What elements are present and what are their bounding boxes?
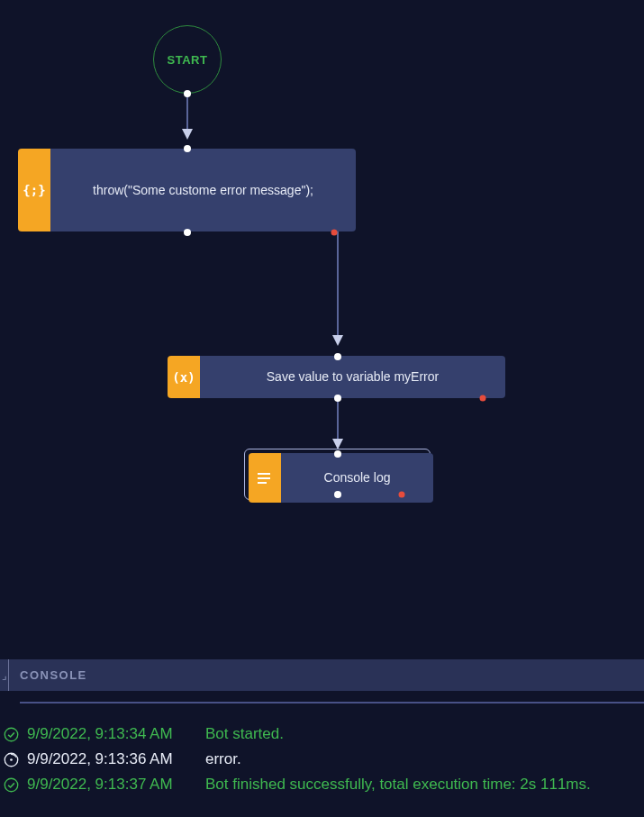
svg-point-7 — [10, 758, 13, 761]
node-throw[interactable]: {;} throw("Some custome error message"); — [18, 149, 356, 231]
variable-icon: (x) — [168, 356, 200, 398]
port-log-out[interactable] — [334, 491, 341, 498]
port-save-out[interactable] — [334, 395, 341, 402]
log-row: 9/9/2022, 9:13:37 AMBot finished success… — [0, 772, 644, 797]
log-message: error. — [205, 750, 644, 768]
svg-rect-4 — [258, 482, 267, 484]
port-log-in[interactable] — [334, 450, 341, 458]
start-label: START — [168, 53, 208, 67]
error-circle-icon — [2, 750, 20, 768]
port-save-err[interactable] — [480, 395, 486, 402]
log-row: 9/9/2022, 9:13:34 AMBot started. — [0, 722, 644, 747]
node-throw-body: throw("Some custome error message"); — [50, 149, 356, 231]
log-timestamp: 9/9/2022, 9:13:34 AM — [27, 725, 198, 743]
port-throw-out[interactable] — [184, 229, 191, 236]
node-save-variable[interactable]: (x) Save value to variable myError — [168, 356, 505, 398]
node-log-label: Console log — [324, 469, 391, 486]
node-save-label: Save value to variable myError — [267, 368, 439, 386]
node-log-body: Console log — [281, 453, 433, 503]
node-save-body: Save value to variable myError — [200, 356, 505, 398]
log-message: Bot started. — [205, 725, 644, 743]
console-body: 9/9/2022, 9:13:34 AMBot started.9/9/2022… — [0, 691, 644, 817]
port-throw-err[interactable] — [331, 230, 338, 236]
svg-rect-2 — [258, 473, 270, 475]
svg-point-5 — [5, 728, 17, 740]
log-timestamp: 9/9/2022, 9:13:37 AM — [27, 776, 198, 794]
console-title: CONSOLE — [20, 668, 87, 682]
log-timestamp: 9/9/2022, 9:13:36 AM — [27, 750, 198, 768]
check-circle-icon — [2, 776, 20, 794]
port-log-err[interactable] — [399, 492, 405, 498]
log-message: Bot finished successfully, total executi… — [205, 776, 644, 794]
log-row: 9/9/2022, 9:13:36 AMerror. — [0, 747, 644, 772]
port-throw-in[interactable] — [184, 145, 191, 152]
flow-canvas[interactable]: START {;} throw("Some custome error mess… — [0, 0, 644, 658]
log-icon — [249, 453, 281, 503]
console-divider — [20, 702, 644, 704]
svg-point-8 — [5, 778, 17, 791]
start-node[interactable]: START — [153, 25, 222, 94]
port-save-in[interactable] — [334, 353, 341, 360]
console-tab-icon[interactable]: ⌟ — [0, 659, 9, 691]
svg-rect-3 — [258, 477, 270, 479]
connectors — [0, 0, 644, 658]
check-circle-icon — [2, 725, 20, 743]
console-header: ⌟ CONSOLE — [0, 659, 644, 691]
port-start-out[interactable] — [184, 90, 191, 97]
code-icon: {;} — [18, 149, 50, 231]
node-throw-label: throw("Some custome error message"); — [93, 182, 313, 199]
